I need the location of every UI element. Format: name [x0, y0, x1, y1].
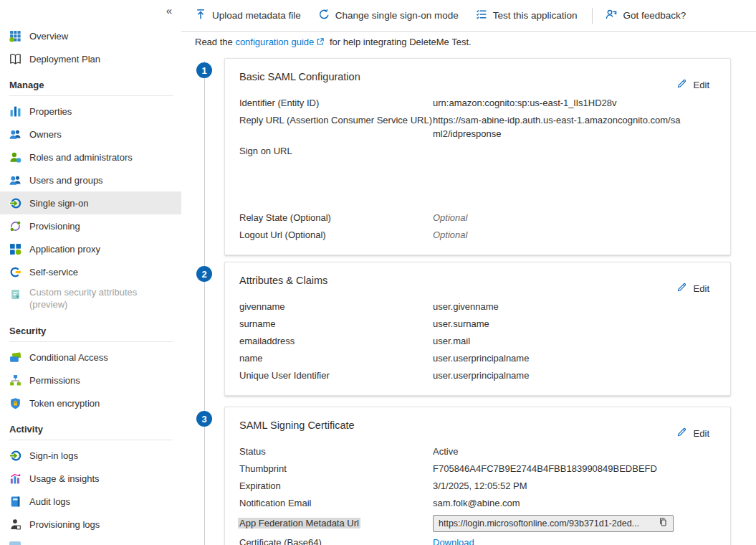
thumbprint-value: F705846A4FC7B9E2744B4FBB183990849BEDBEFD: [433, 462, 716, 475]
sidebar-item-sign-in-logs[interactable]: Sign-in logs: [0, 444, 181, 467]
app-federation-metadata-url-box: [433, 515, 674, 532]
toolbar-divider: [592, 8, 593, 24]
card-title: SAML Signing Certificate: [239, 420, 716, 431]
sidebar-item-deployment-plan[interactable]: Deployment Plan: [0, 47, 181, 70]
copy-icon[interactable]: [658, 517, 668, 531]
edit-button-label: Edit: [694, 80, 709, 90]
sidebar-item-label: Owners: [29, 129, 62, 140]
claim-label: surname: [239, 317, 433, 331]
claim-value: user.userprincipalname: [433, 369, 716, 382]
toolbar-button-label: Test this application: [493, 10, 578, 21]
configuration-guide-link[interactable]: configuration guide: [235, 37, 314, 47]
attributes-claims-card: Attributes & Claims Edit givenname user.…: [224, 262, 731, 396]
saml-signing-certificate-card: SAML Signing Certificate Edit Status Act…: [224, 407, 731, 545]
person-role-icon: [9, 151, 21, 164]
edit-button[interactable]: Edit: [676, 78, 709, 91]
section-header-security: Security: [9, 326, 173, 342]
sidebar-item-users-and-groups[interactable]: Users and groups: [0, 169, 181, 191]
edit-button[interactable]: Edit: [676, 427, 709, 440]
field-label: Certificate (Base64): [239, 536, 433, 545]
sidebar-item-owners[interactable]: Owners: [0, 123, 181, 146]
usage-insights-icon: [9, 473, 21, 485]
sidebar-item-single-sign-on[interactable]: Single sign-on: [0, 191, 181, 214]
field-value: Download: [433, 536, 716, 545]
sidebar-item-label: Application proxy: [29, 244, 100, 255]
feedback-icon: [606, 9, 618, 22]
field-label: Notification Email: [239, 496, 433, 510]
collapse-sidebar-icon[interactable]: «: [166, 4, 172, 16]
sidebar-item-usage-insights[interactable]: Usage & insights: [0, 467, 181, 490]
book-icon: [9, 53, 21, 65]
field-label: Thumbprint: [239, 462, 433, 475]
toolbar-button-label: Change single sign-on mode: [335, 10, 459, 21]
sidebar-item-label: Permissions: [29, 375, 80, 386]
upload-icon: [195, 9, 206, 22]
field-label: Relay State (Optional): [239, 211, 433, 224]
sidebar-item-label: Single sign-on: [29, 198, 88, 209]
section-header-manage: Manage: [9, 80, 173, 96]
section-header-activity: Activity: [9, 424, 173, 440]
change-mode-icon: [318, 9, 330, 22]
download-certificate-base64-link[interactable]: Download: [433, 537, 474, 545]
claim-value: user.mail: [433, 334, 716, 348]
main-content: Upload metadata file Change single sign-…: [181, 0, 756, 545]
pencil-icon: [676, 78, 687, 91]
sidebar-item-conditional-access[interactable]: Conditional Access: [0, 346, 181, 369]
field-value: https://sam-abine-idp.auth.us-east-1.ama…: [433, 113, 684, 141]
test-application-button[interactable]: Test this application: [476, 9, 578, 22]
basic-saml-configuration-card: Basic SAML Configuration Edit Identifier…: [224, 58, 731, 255]
sidebar-item-label: Sign-in logs: [29, 450, 78, 461]
sidebar-item-provisioning[interactable]: Provisioning: [0, 214, 181, 237]
sidebar-item-label: Users and groups: [29, 175, 103, 186]
sidebar-item-permissions[interactable]: Permissions: [0, 369, 181, 392]
sidebar: « Overview Deployment Plan Manage Proper…: [0, 0, 181, 545]
custom-attributes-icon: [9, 288, 21, 300]
card-spacer: [239, 161, 716, 207]
field-label: Logout Url (Optional): [239, 228, 433, 242]
step-1-row: 1 Basic SAML Configuration Edit Identifi…: [224, 58, 731, 255]
field-label: Expiration: [239, 479, 433, 493]
claim-value: user.userprincipalname: [433, 351, 716, 365]
sidebar-item-audit-logs[interactable]: Audit logs: [0, 490, 181, 513]
upload-metadata-file-button[interactable]: Upload metadata file: [195, 9, 301, 22]
claim-value: user.givenname: [433, 300, 716, 313]
sidebar-item-overview[interactable]: Overview: [0, 24, 181, 47]
intro-text: Read the configuration guide for help in…: [181, 32, 756, 48]
people-icon: [9, 174, 21, 186]
sidebar-item-properties[interactable]: Properties: [0, 100, 181, 123]
sidebar-item-label: Deployment Plan: [29, 54, 100, 65]
sidebar-item-provisioning-logs[interactable]: Provisioning logs: [0, 513, 181, 536]
step-3-badge: 3: [196, 411, 212, 427]
step-2-row: 2 Attributes & Claims Edit givenname use…: [224, 262, 731, 396]
conditional-access-icon: [9, 351, 21, 364]
got-feedback-button[interactable]: Got feedback?: [606, 9, 686, 22]
sidebar-item-self-service[interactable]: Self-service: [0, 260, 181, 283]
edit-button[interactable]: Edit: [676, 282, 709, 295]
field-value: Optional: [433, 228, 716, 242]
pencil-icon: [676, 427, 687, 440]
app-federation-metadata-url-input[interactable]: [439, 518, 654, 529]
claim-label: givenname: [239, 300, 433, 313]
notification-email-value: sam.folk@abine.com: [433, 496, 716, 510]
bar-chart-icon: [9, 105, 21, 118]
change-sso-mode-button[interactable]: Change single sign-on mode: [318, 9, 459, 22]
sidebar-item-label: Conditional Access: [29, 352, 108, 363]
sidebar-item-label: Properties: [29, 106, 72, 117]
sidebar-item-roles-and-administrators[interactable]: Roles and administrators: [0, 146, 181, 169]
sidebar-item-application-proxy[interactable]: Application proxy: [0, 237, 181, 260]
certificate-status-value: Active: [433, 445, 716, 458]
field-value: [433, 513, 716, 532]
field-label: Identifier (Entity ID): [239, 96, 433, 110]
step-3-row: 3 SAML Signing Certificate Edit Status A…: [224, 407, 731, 545]
sidebar-item-token-encryption[interactable]: Token encryption: [0, 392, 181, 414]
grid-icon: [9, 30, 21, 42]
test-app-icon: [476, 9, 487, 22]
sidebar-item-label: Usage & insights: [29, 473, 100, 484]
sign-in-logs-icon: [9, 450, 21, 462]
field-value: Optional: [433, 211, 716, 224]
claim-value: user.surname: [433, 317, 716, 331]
card-title: Attributes & Claims: [239, 275, 716, 286]
field-label: Sign on URL: [239, 144, 433, 158]
sidebar-item-custom-security-attributes[interactable]: Custom security attributes (preview): [0, 283, 181, 316]
sidebar-item-label: Roles and administrators: [29, 152, 133, 163]
